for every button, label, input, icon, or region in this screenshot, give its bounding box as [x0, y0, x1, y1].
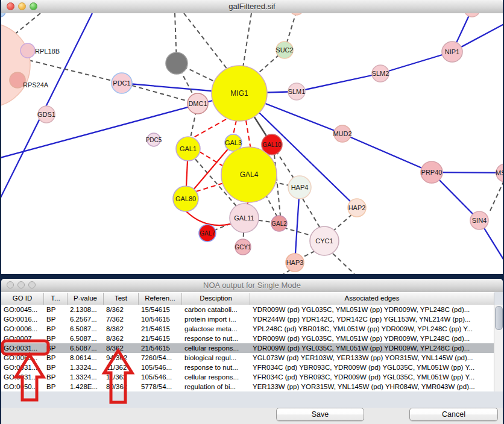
table-cell: BP	[44, 314, 68, 324]
column-header-t-[interactable]: T...	[44, 293, 68, 305]
table-row[interactable]: GO:0065...BP8.0614...94/3627260/54...bio…	[1, 353, 494, 363]
table-cell: cellular respons...	[182, 372, 250, 382]
noa-output-window: NOA output for Single Mode GO IDT...P-va…	[1, 279, 503, 424]
table-cell: 6.2567...	[68, 314, 104, 324]
table-scrollbar[interactable]	[494, 305, 503, 391]
graph-edge-red-dash	[246, 120, 251, 149]
table-row[interactable]: GO:0045...BP2.1308...8/36215/54615carbon…	[1, 305, 494, 314]
table-row[interactable]: GO:0031...BP6.5087...8/36221/54615cellul…	[1, 343, 494, 353]
table-cell: YFR034C (pd) YBR093C, YDR009W (pd) YGL03…	[250, 372, 494, 382]
column-header-p-value[interactable]: P-value	[68, 293, 104, 305]
table-cell: GO:0031...	[1, 363, 44, 372]
table-cell: galactose meta...	[182, 324, 250, 334]
graph-edge-dash	[283, 228, 313, 236]
table-header-row: GO IDT...P-valueTestReferen...Desciption…	[1, 292, 494, 305]
column-header-go-id[interactable]: GO ID	[1, 293, 44, 305]
table-cell: YGL073W (pd) YER103W, YER133W (pp) YOR31…	[250, 353, 494, 363]
node-label-slm1: SLM1	[288, 88, 306, 95]
graph-edge-blue	[342, 134, 432, 172]
node-label-nip1: NIP1	[445, 48, 459, 55]
node-gray-node[interactable]	[166, 52, 187, 74]
table-cell: 94/362	[104, 353, 139, 363]
graph-edge-blue	[297, 73, 380, 92]
table-cell: GO:0031...	[1, 343, 44, 353]
column-header-referen-[interactable]: Referen...	[139, 293, 182, 305]
node-label-dmc1: DMC1	[188, 100, 207, 107]
table-cell: 6.5087...	[68, 334, 104, 343]
column-header-associated-edges[interactable]: Associated edges	[250, 293, 494, 305]
column-header-desciption[interactable]: Desciption	[182, 293, 250, 305]
table-row[interactable]: GO:0031...BP1.3324...11/362105/546...res…	[1, 363, 494, 372]
table-cell: YDR009W (pd) YGL035C, YML051W (pp) YDR00…	[250, 305, 494, 314]
table-cell: 1.3324...	[68, 363, 104, 372]
node-rpl18b[interactable]	[20, 43, 35, 58]
network-canvas[interactable]: RPL18BRPS24AGDS1PDC1DMC1MIG1SUC2SLM1SLM2…	[1, 13, 503, 274]
table-cell: carbon cataboli...	[182, 305, 250, 314]
noa-window-titlebar[interactable]: NOA output for Single Mode	[1, 279, 503, 293]
table-cell: BP	[44, 334, 68, 343]
column-header-test[interactable]: Test	[104, 293, 139, 305]
node-label-hap3: HAP3	[286, 259, 304, 266]
node-label-gds1: GDS1	[37, 111, 55, 118]
table-cell: GO:0006...	[1, 324, 44, 334]
table-cell: 21/54615	[139, 334, 182, 343]
node-label-pdc5: PDC5	[146, 137, 162, 143]
table-cell: GO:0016...	[1, 314, 44, 324]
table-cell: BP	[44, 324, 68, 334]
table-row[interactable]: GO:0007...BP6.5087...8/36221/54615respon…	[1, 334, 494, 343]
save-button[interactable]: Save	[276, 408, 364, 421]
table-cell: 11/362	[104, 372, 139, 382]
node-big-left-node[interactable]	[1, 23, 30, 107]
table-cell: BP	[44, 343, 68, 353]
table-cell: BP	[44, 382, 68, 391]
graph-edge-dash	[29, 60, 112, 81]
table-cell: BP	[44, 353, 68, 363]
noa-window-title: NOA output for Single Mode	[1, 281, 503, 290]
table-cell: 15/54615	[139, 305, 182, 314]
table-cell: GO:0007...	[1, 334, 44, 343]
table-cell: YFR034C (pd) YBR093C, YDR009W (pd) YGL03…	[250, 363, 494, 372]
node-label-gal10: GAL10	[262, 142, 282, 148]
table-body: GO:0045...BP2.1308...8/36215/54615carbon…	[1, 305, 494, 391]
results-table: GO IDT...P-valueTestReferen...Desciption…	[1, 292, 503, 408]
node-label-suc2: SUC2	[276, 46, 293, 54]
graph-edge-dash	[184, 13, 232, 75]
network-window-titlebar[interactable]: galFiltered.sif	[1, 0, 503, 14]
graph-edge-dash	[333, 214, 352, 231]
table-row[interactable]: GO:0016...BP6.2567...7/36210/54615protei…	[1, 314, 494, 324]
table-cell: 1.428E...	[68, 382, 104, 391]
table-row[interactable]: GO:0006...BP6.5087...8/36221/54615galact…	[1, 324, 494, 334]
table-row[interactable]: GO:0031...BP1.3324...11/362105/546...cel…	[1, 372, 494, 382]
table-cell: 2.1308...	[68, 305, 104, 314]
table-cell: BP	[44, 363, 68, 372]
node-cut-topright-node[interactable]	[464, 13, 480, 17]
node-corner-node[interactable]	[1, 13, 5, 17]
table-cell: 80/362	[104, 382, 139, 391]
network-window-title: galFiltered.sif	[1, 2, 503, 11]
table-cell: YDR009W (pd) YGL035C, YML051W (pp) YDR00…	[250, 334, 494, 343]
graph-edge-red-dash	[192, 119, 226, 139]
graph-edge-blue	[380, 52, 452, 73]
table-cell: biological regul...	[182, 353, 250, 363]
table-cell: 21/54615	[139, 324, 182, 334]
table-cell: YDR244W (pp) YDR142C, YDR142C (pp) YGL15…	[250, 314, 494, 324]
table-cell: response to nut...	[182, 334, 250, 343]
table-cell: 11/362	[104, 363, 139, 372]
table-cell: GO:0065...	[1, 353, 44, 363]
table-cell: 105/546...	[139, 363, 182, 372]
node-cut-top-node[interactable]	[290, 13, 303, 15]
scrollbar-thumb[interactable]	[495, 306, 503, 330]
node-label-msi: MSI	[496, 169, 503, 176]
table-cell: 21/54615	[139, 343, 182, 353]
node-label-gal7: GAL7	[200, 230, 215, 237]
table-cell: YPL248C (pd) YBR018C, YML051W (pp) YDR00…	[250, 324, 494, 334]
button-bar: Save Cancel	[1, 408, 503, 424]
node-label-sin4: SIN4	[472, 217, 487, 224]
table-cell: 7260/54...	[139, 353, 182, 363]
graph-edge-red-dash	[200, 152, 224, 167]
table-row[interactable]: GO:0050...BP1.428E...80/3625778/54...reg…	[1, 382, 494, 391]
network-graph: RPL18BRPS24AGDS1PDC1DMC1MIG1SUC2SLM1SLM2…	[1, 13, 503, 274]
node-label-hap2: HAP2	[348, 204, 366, 211]
table-cell: 7/362	[104, 314, 139, 324]
cancel-button[interactable]: Cancel	[409, 408, 498, 421]
